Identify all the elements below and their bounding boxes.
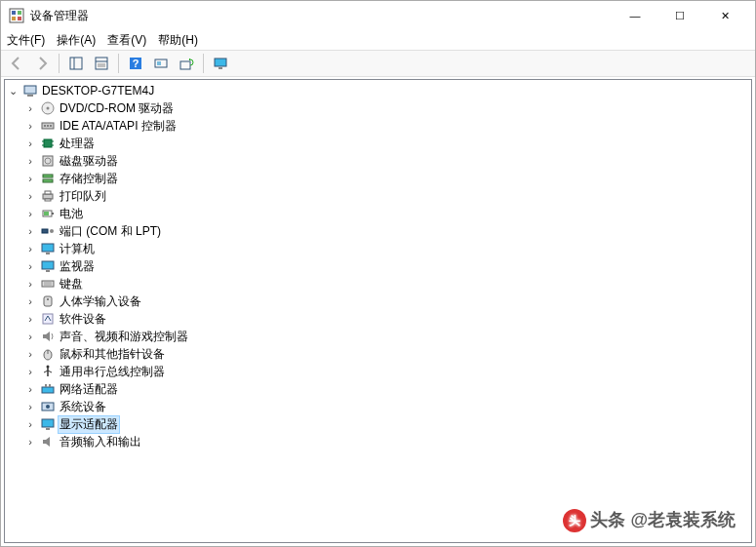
tree-item[interactable]: ›声音、视频和游戏控制器 — [5, 328, 751, 345]
printer-icon — [40, 188, 56, 204]
tree-item[interactable]: ›人体学输入设备 — [5, 293, 751, 310]
svg-rect-34 — [43, 179, 53, 182]
tree-item[interactable]: ›磁盘驱动器 — [5, 152, 751, 170]
tree-item-label: 磁盘驱动器 — [58, 153, 120, 170]
tree-item[interactable]: ›存储控制器 — [5, 170, 751, 187]
menu-help[interactable]: 帮助(H) — [158, 32, 198, 49]
tree-item[interactable]: ›显示适配器 — [5, 415, 751, 433]
tree-item[interactable]: ›软件设备 — [5, 310, 751, 328]
update-driver-button[interactable] — [175, 52, 198, 75]
scan-hardware-button[interactable] — [149, 52, 173, 75]
svg-point-24 — [47, 125, 49, 127]
svg-rect-41 — [42, 229, 48, 233]
tree-item-label: 显示适配器 — [58, 415, 120, 434]
expand-icon[interactable]: › — [22, 188, 38, 204]
expand-icon[interactable]: › — [22, 434, 38, 449]
expand-icon[interactable]: › — [22, 206, 38, 221]
titlebar: 设备管理器 — ☐ ✕ — [1, 1, 755, 30]
svg-rect-7 — [96, 58, 107, 69]
tree-item[interactable]: ›处理器 — [5, 135, 751, 152]
menu-file[interactable]: 文件(F) — [7, 32, 45, 49]
tree-item[interactable]: ›计算机 — [5, 240, 751, 257]
back-button[interactable] — [5, 52, 28, 75]
usb-icon — [40, 364, 56, 379]
tree-item[interactable]: ›IDE ATA/ATAPI 控制器 — [5, 117, 751, 135]
properties-button[interactable] — [90, 52, 113, 75]
svg-point-51 — [47, 298, 49, 300]
toolbar-separator — [118, 54, 119, 73]
ide-icon — [40, 118, 56, 134]
forward-button[interactable] — [30, 52, 54, 75]
expand-icon[interactable]: › — [22, 293, 38, 309]
toolbar: ? — [1, 50, 755, 77]
svg-point-23 — [44, 125, 46, 127]
tree-item[interactable]: ›键盘 — [5, 275, 751, 293]
tree-item[interactable]: ›通用串行总线控制器 — [5, 363, 751, 380]
svg-rect-60 — [45, 384, 47, 387]
minimize-button[interactable]: — — [613, 1, 657, 30]
expand-icon[interactable]: › — [22, 399, 38, 414]
expand-icon[interactable]: › — [22, 276, 38, 292]
menu-view[interactable]: 查看(V) — [107, 32, 146, 49]
expand-icon[interactable]: › — [22, 241, 38, 256]
svg-rect-3 — [12, 17, 16, 20]
mouse-icon — [40, 346, 56, 362]
maximize-button[interactable]: ☐ — [657, 1, 702, 30]
expand-icon[interactable]: › — [22, 223, 38, 239]
tree-item-label: 音频输入和输出 — [58, 434, 143, 450]
sound-icon — [40, 329, 56, 344]
tree-item[interactable]: ›打印队列 — [5, 187, 751, 205]
tree-item[interactable]: ›鼠标和其他指针设备 — [5, 345, 751, 363]
toolbar-separator — [59, 54, 60, 73]
expand-icon[interactable]: › — [22, 136, 38, 151]
svg-text:?: ? — [133, 58, 139, 69]
expand-icon[interactable]: › — [22, 153, 38, 169]
monitor-icon — [40, 258, 56, 274]
help-button[interactable]: ? — [124, 52, 147, 75]
monitor-button[interactable] — [209, 52, 232, 75]
svg-rect-5 — [70, 58, 82, 69]
svg-rect-33 — [43, 175, 53, 177]
expand-icon[interactable]: › — [22, 171, 38, 186]
svg-rect-2 — [18, 11, 21, 15]
tree-root[interactable]: ⌄ DESKTOP-G7TEM4J — [5, 82, 751, 99]
tree-item[interactable]: ›DVD/CD-ROM 驱动器 — [5, 99, 751, 117]
expand-icon[interactable]: › — [22, 100, 38, 116]
svg-rect-64 — [42, 419, 54, 427]
window-title: 设备管理器 — [30, 8, 89, 24]
window-controls: — ☐ ✕ — [613, 1, 747, 30]
svg-point-63 — [46, 405, 50, 409]
tree-item[interactable]: ›端口 (COM 和 LPT) — [5, 222, 751, 240]
expand-icon[interactable]: › — [22, 118, 38, 134]
svg-rect-17 — [219, 67, 222, 69]
tree-item[interactable]: ›系统设备 — [5, 398, 751, 415]
tree-item-label: 系统设备 — [58, 399, 108, 415]
svg-rect-43 — [42, 244, 54, 252]
tree-item-label: 人体学输入设备 — [58, 293, 143, 310]
svg-rect-65 — [46, 428, 50, 430]
expand-icon[interactable]: › — [22, 329, 38, 344]
tree-item[interactable]: ›音频输入和输出 — [5, 433, 751, 450]
expand-icon[interactable]: › — [22, 364, 38, 379]
device-tree[interactable]: ⌄ DESKTOP-G7TEM4J ›DVD/CD-ROM 驱动器›IDE AT… — [5, 80, 751, 452]
expand-icon[interactable]: › — [22, 311, 38, 327]
tree-item[interactable]: ›电池 — [5, 205, 751, 222]
svg-rect-26 — [44, 139, 52, 147]
menu-action[interactable]: 操作(A) — [57, 32, 96, 49]
tree-item-label: 电池 — [58, 206, 85, 222]
close-button[interactable]: ✕ — [702, 1, 747, 30]
expand-icon[interactable]: › — [22, 346, 38, 362]
device-tree-panel: ⌄ DESKTOP-G7TEM4J ›DVD/CD-ROM 驱动器›IDE AT… — [4, 79, 752, 543]
port-icon — [40, 223, 56, 239]
svg-rect-36 — [45, 191, 51, 194]
svg-rect-16 — [215, 59, 226, 66]
expand-icon[interactable]: › — [22, 258, 38, 274]
tree-item[interactable]: ›网络适配器 — [5, 380, 751, 398]
expand-icon[interactable]: › — [22, 381, 38, 397]
expand-icon[interactable]: ⌄ — [5, 83, 20, 98]
tree-item-label: 计算机 — [58, 241, 97, 257]
tree-item[interactable]: ›监视器 — [5, 257, 751, 275]
disc-icon — [40, 100, 56, 116]
expand-icon[interactable]: › — [22, 416, 38, 432]
show-hide-tree-button[interactable] — [64, 52, 88, 75]
